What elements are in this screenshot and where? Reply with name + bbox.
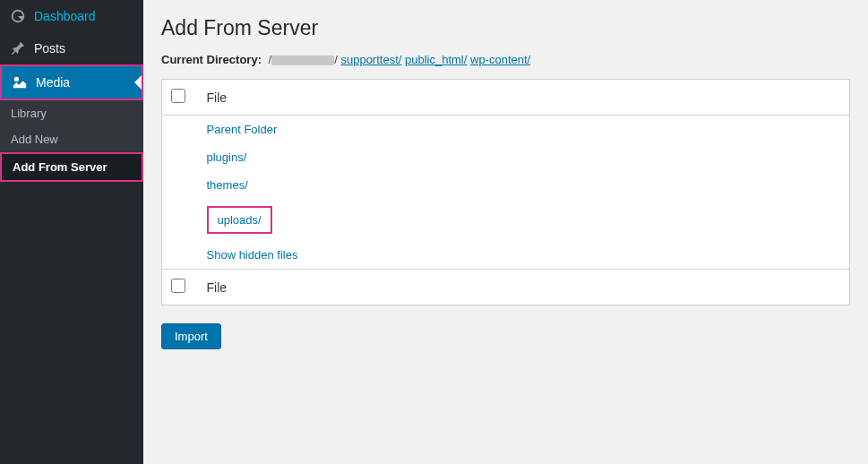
link-themes[interactable]: themes/ <box>207 178 248 192</box>
link-uploads[interactable]: uploads/ <box>207 206 272 234</box>
pin-icon <box>9 39 27 57</box>
dashboard-icon <box>9 7 27 25</box>
menu-posts[interactable]: Posts <box>0 32 143 64</box>
table-row: uploads/ <box>162 199 850 241</box>
main-content: Add From Server Current Directory: // su… <box>143 0 868 464</box>
media-icon <box>11 73 29 91</box>
link-parent-folder[interactable]: Parent Folder <box>207 123 278 136</box>
table-row: Parent Folder <box>162 116 850 144</box>
table-check-all-footer <box>162 270 198 305</box>
breadcrumb: Current Directory: // supporttest/ publi… <box>161 53 850 66</box>
select-all-checkbox-top[interactable] <box>171 89 185 103</box>
submenu-library[interactable]: Library <box>0 100 143 126</box>
menu-dashboard-label: Dashboard <box>34 9 96 23</box>
breadcrumb-public-html[interactable]: public_html/ <box>405 53 467 66</box>
submenu-add-from-server[interactable]: Add From Server <box>2 154 142 180</box>
table-row: plugins/ <box>162 143 850 171</box>
media-submenu: Library Add New Add From Server <box>0 100 143 182</box>
current-dir-label: Current Directory: <box>161 53 262 66</box>
menu-media[interactable]: Media <box>2 66 142 99</box>
breadcrumb-redacted <box>271 56 334 65</box>
submenu-add-new[interactable]: Add New <box>0 126 143 152</box>
link-plugins[interactable]: plugins/ <box>207 150 247 164</box>
table-col-file-header: File <box>198 80 850 116</box>
link-show-hidden[interactable]: Show hidden files <box>207 248 298 262</box>
breadcrumb-wp-content[interactable]: wp-content/ <box>470 53 530 66</box>
file-table: File Parent Folder plugins/ themes/ <box>161 79 850 305</box>
menu-media-label: Media <box>36 75 70 90</box>
table-row: themes/ <box>162 171 850 199</box>
menu-posts-label: Posts <box>34 41 65 56</box>
table-col-file-footer: File <box>198 270 850 305</box>
table-check-all-header <box>162 80 198 116</box>
select-all-checkbox-bottom[interactable] <box>171 279 185 293</box>
import-button[interactable]: Import <box>161 323 221 349</box>
page-title: Add From Server <box>161 16 850 40</box>
menu-dashboard[interactable]: Dashboard <box>0 0 143 32</box>
breadcrumb-supporttest[interactable]: supporttest/ <box>340 53 401 66</box>
table-row: Show hidden files <box>162 241 850 270</box>
admin-sidebar: Dashboard Posts Media Library Add New Ad… <box>0 0 143 464</box>
